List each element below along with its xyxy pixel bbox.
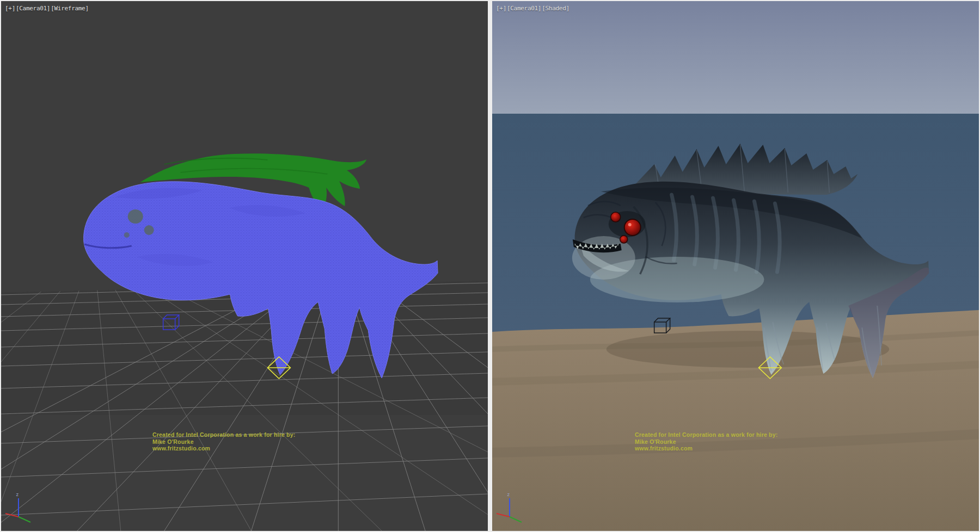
viewport-shaded[interactable]: z [+][Camera01][Shaded] Created for Inte… xyxy=(492,1,979,531)
watermark-line: www.fritzstudio.com xyxy=(152,445,295,452)
axis-z-label: z xyxy=(507,492,510,497)
watermark-line: Mike O'Rourke xyxy=(152,438,295,446)
watermark-line: Created for Intel Corporation as a work … xyxy=(635,431,777,438)
fish-eye xyxy=(144,225,154,235)
axis-z-label: z xyxy=(16,492,19,497)
watermark-line: www.fritzstudio.com xyxy=(635,445,777,452)
sky xyxy=(492,1,979,114)
watermark-line: Mike O'Rourke xyxy=(635,438,777,446)
viewport-general-menu[interactable]: [+] xyxy=(5,5,15,12)
viewport-wireframe[interactable]: z [+][Camera01][Wireframe] Created for I… xyxy=(1,1,488,531)
viewport-camera-menu[interactable]: [Camera01] xyxy=(16,5,50,12)
fish-eye-red xyxy=(624,219,641,236)
fish-eye xyxy=(128,209,143,224)
viewport-splitter[interactable] xyxy=(488,0,492,532)
fish-eye-red xyxy=(611,212,621,222)
watermark: Created for Intel Corporation as a work … xyxy=(152,431,295,452)
viewport-general-menu[interactable]: [+] xyxy=(496,5,506,12)
viewport-camera-menu[interactable]: [Camera01] xyxy=(507,5,541,12)
dual-viewport-area: z [+][Camera01][Wireframe] Created for I… xyxy=(0,0,980,532)
watermark: Created for Intel Corporation as a work … xyxy=(635,431,777,452)
fish-eye-red xyxy=(620,236,628,243)
eye-highlight xyxy=(628,223,632,226)
viewport-label-wireframe: [+][Camera01][Wireframe] xyxy=(5,5,89,12)
viewport-shading-menu[interactable]: [Shaded] xyxy=(542,5,569,12)
viewport-label-shaded: [+][Camera01][Shaded] xyxy=(496,5,570,12)
watermark-line: Created for Intel Corporation as a work … xyxy=(152,431,295,438)
viewport-shading-menu[interactable]: [Wireframe] xyxy=(51,5,89,12)
fish-shadow xyxy=(607,331,889,368)
fish-eye xyxy=(124,232,130,238)
